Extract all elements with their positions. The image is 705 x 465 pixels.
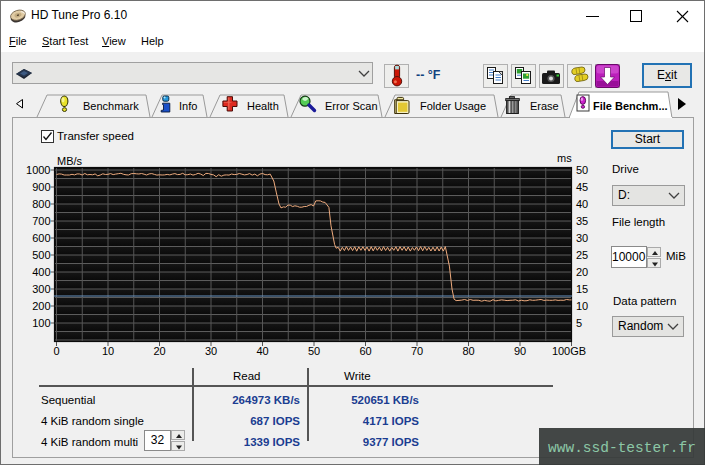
svg-text:400: 400 (32, 266, 50, 278)
svg-text:Benchmark: Benchmark (83, 100, 139, 112)
svg-text:700: 700 (32, 215, 50, 227)
svg-text:25: 25 (576, 249, 588, 261)
svg-text:Erase: Erase (530, 100, 559, 112)
svg-text:40: 40 (576, 198, 588, 210)
svg-text:MB/s: MB/s (57, 155, 83, 167)
svg-text:20: 20 (153, 345, 165, 357)
svg-text:45: 45 (576, 181, 588, 193)
svg-text:35: 35 (576, 215, 588, 227)
svg-text:600: 600 (32, 232, 50, 244)
svg-text:100: 100 (32, 317, 50, 329)
svg-text:20: 20 (576, 266, 588, 278)
svg-text:0: 0 (53, 345, 59, 357)
svg-text:Folder Usage: Folder Usage (420, 100, 486, 112)
svg-text:40: 40 (256, 345, 268, 357)
svg-text:50: 50 (308, 345, 320, 357)
svg-text:30: 30 (576, 232, 588, 244)
svg-text:15: 15 (576, 283, 588, 295)
svg-text:90: 90 (514, 345, 526, 357)
svg-text:80: 80 (462, 345, 474, 357)
svg-text:200: 200 (32, 300, 50, 312)
svg-text:1000: 1000 (26, 164, 50, 176)
svg-text:800: 800 (32, 198, 50, 210)
svg-text:5: 5 (576, 317, 582, 329)
svg-text:Error Scan: Error Scan (325, 100, 378, 112)
svg-text:300: 300 (32, 283, 50, 295)
svg-text:60: 60 (359, 345, 371, 357)
svg-text:10: 10 (102, 345, 114, 357)
svg-text:100GB: 100GB (552, 345, 586, 357)
svg-text:70: 70 (411, 345, 423, 357)
svg-text:50: 50 (576, 164, 588, 176)
svg-text:500: 500 (32, 249, 50, 261)
svg-text:900: 900 (32, 181, 50, 193)
svg-text:30: 30 (205, 345, 217, 357)
svg-text:Health: Health (247, 100, 279, 112)
svg-text:File Benchm...: File Benchm... (593, 100, 668, 112)
svg-text:10: 10 (576, 300, 588, 312)
svg-text:Info: Info (179, 100, 197, 112)
svg-text:ms: ms (557, 152, 572, 164)
